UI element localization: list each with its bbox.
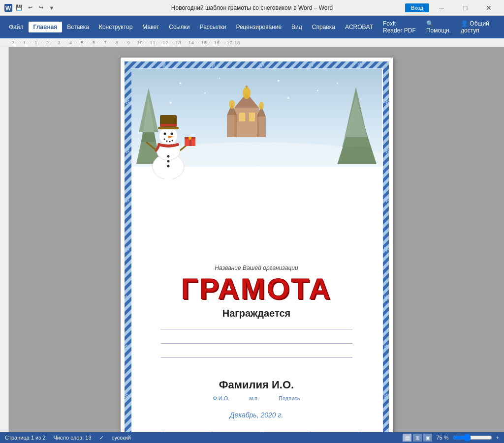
svg-point-36	[219, 78, 220, 79]
svg-rect-9	[234, 108, 259, 137]
tab-insert[interactable]: Вставка	[62, 22, 94, 32]
cert-title: ГРАМОТА	[151, 274, 362, 304]
svg-point-37	[287, 97, 289, 99]
svg-point-47	[170, 133, 173, 135]
svg-point-60	[167, 160, 169, 163]
svg-point-61	[167, 165, 169, 168]
zoom-slider[interactable]	[453, 434, 492, 442]
svg-point-50	[166, 141, 167, 142]
tab-file[interactable]: Файл	[4, 22, 29, 32]
svg-point-39	[169, 102, 171, 104]
language: русский	[112, 435, 131, 441]
svg-point-35	[317, 90, 318, 91]
org-name: Название Вашей организации	[151, 265, 362, 271]
save-icon[interactable]: 💾	[15, 3, 24, 12]
view-reader-icon[interactable]: ▣	[423, 434, 432, 442]
title-bar: W 💾 ↩ ↪ ▼ Новогодний шаблон грамоты со с…	[0, 0, 504, 16]
title-bar-left: W 💾 ↩ ↪ ▼	[4, 3, 56, 12]
zoom-level: 75 %	[436, 435, 448, 441]
svg-point-19	[258, 102, 263, 110]
svg-rect-11	[239, 113, 245, 121]
svg-point-51	[169, 141, 170, 143]
tab-foxit[interactable]: Foxit Reader PDF	[378, 18, 421, 36]
svg-point-18	[229, 100, 235, 109]
ruler-vertical	[0, 47, 9, 432]
svg-point-58	[189, 137, 191, 140]
window-title: Новогодний шаблон грамоты со снеговиком …	[171, 4, 333, 11]
svg-point-38	[336, 83, 338, 84]
view-web-icon[interactable]: ⊞	[413, 434, 422, 442]
svg-rect-13	[227, 115, 237, 137]
sign-label: Подпись	[279, 395, 300, 401]
line-1	[161, 329, 352, 329]
page-indicator: Страница 1 из 2	[5, 435, 45, 441]
tab-assistant[interactable]: 🔍 Помощн.	[421, 18, 456, 36]
login-button[interactable]: Вход	[405, 3, 429, 12]
tab-design[interactable]: Конструктор	[94, 22, 137, 32]
redo-icon[interactable]: ↪	[36, 3, 45, 12]
document-page: ❄ ❄ ❄ ❄ ❄ ❄ ❄ ❄ ❄ ❄ ❄ ❄ ❄ ❄ ❄ ❄ ❄ ❄ ❄ ❄	[120, 57, 393, 432]
svg-point-59	[167, 155, 169, 158]
word-count: Число слов: 13	[53, 435, 91, 441]
svg-point-46	[163, 133, 166, 135]
tab-help[interactable]: Справка	[307, 22, 340, 32]
cert-signature-area: Фамилия И.О. Ф.И.О. м.п. Подпись Декабрь…	[131, 364, 382, 429]
status-left: Страница 1 из 2 Число слов: 13 ✓ русский	[5, 435, 131, 441]
fio-label: Ф.И.О.	[213, 395, 229, 401]
tab-share[interactable]: 👤 Общий доступ	[456, 18, 500, 36]
tab-home[interactable]: Главная	[29, 22, 63, 32]
date-field: Декабрь, 2020 г.	[151, 411, 362, 419]
svg-point-52	[171, 140, 173, 142]
svg-point-17	[243, 87, 251, 99]
status-bar: Страница 1 из 2 Число слов: 13 ✓ русский…	[0, 432, 504, 443]
svg-point-34	[277, 80, 279, 82]
fio-field: Фамилия И.О.	[151, 379, 362, 391]
close-button[interactable]: ✕	[477, 0, 500, 16]
svg-point-49	[163, 139, 165, 140]
minimize-button[interactable]: ─	[430, 0, 453, 16]
document-area[interactable]: ❄ ❄ ❄ ❄ ❄ ❄ ❄ ❄ ❄ ❄ ❄ ❄ ❄ ❄ ❄ ❄ ❄ ❄ ❄ ❄	[9, 47, 504, 432]
check-icon: ✓	[99, 435, 104, 441]
svg-rect-12	[249, 113, 255, 121]
ruler-marks: ·2·····1·····1·····2·····3·····4·····5··…	[10, 40, 240, 45]
svg-rect-45	[160, 124, 177, 126]
ruler-horizontal: ·2·····1·····1·····2·····3·····4·····5··…	[0, 38, 504, 47]
tab-references[interactable]: Ссылки	[164, 22, 194, 32]
zoom-in-button[interactable]: +	[496, 435, 499, 441]
awarded-label: Награждается	[151, 308, 362, 319]
svg-text:W: W	[5, 5, 11, 12]
line-2	[161, 343, 352, 344]
line-3	[161, 357, 352, 358]
word-icon: W	[4, 3, 13, 12]
tab-acrobat[interactable]: ACROBAT	[340, 22, 378, 32]
tab-mailings[interactable]: Рассылки	[195, 22, 231, 32]
ribbon: Файл Главная Вставка Конструктор Макет С…	[0, 16, 504, 38]
view-mode-buttons: ▤ ⊞ ▣	[403, 434, 432, 442]
mp-label: м.п.	[249, 395, 259, 401]
tab-view[interactable]: Вид	[286, 22, 307, 32]
svg-line-53	[146, 142, 157, 150]
more-icon[interactable]: ▼	[47, 3, 56, 12]
tab-review[interactable]: Рецензирование	[231, 22, 286, 32]
cert-inner-content: Название Вашей организации ГРАМОТА Награ…	[131, 68, 382, 431]
cert-text-area: Название Вашей организации ГРАМОТА Награ…	[131, 265, 382, 358]
signature-row: Ф.И.О. м.п. Подпись	[151, 395, 362, 401]
view-print-icon[interactable]: ▤	[403, 434, 411, 442]
svg-point-32	[179, 82, 181, 84]
undo-icon[interactable]: ↩	[26, 3, 34, 12]
main-area: ❄ ❄ ❄ ❄ ❄ ❄ ❄ ❄ ❄ ❄ ❄ ❄ ❄ ❄ ❄ ❄ ❄ ❄ ❄ ❄	[0, 47, 504, 432]
svg-rect-15	[256, 117, 265, 137]
title-bar-right: Вход ─ □ ✕	[405, 0, 500, 16]
status-right: ▤ ⊞ ▣ 75 % +	[403, 434, 499, 442]
snowman-image	[141, 110, 195, 179]
svg-point-33	[204, 92, 205, 94]
restore-button[interactable]: □	[454, 0, 476, 16]
tab-layout[interactable]: Макет	[137, 22, 164, 32]
